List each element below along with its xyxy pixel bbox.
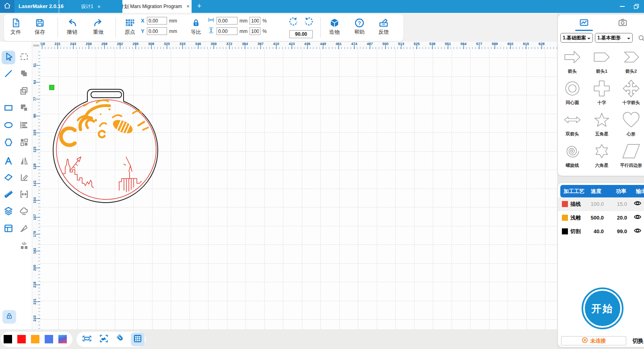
tool-duplicate[interactable]: [17, 85, 31, 99]
switch-device-button[interactable]: 切换: [632, 336, 644, 345]
redo-button[interactable]: 重做: [87, 17, 110, 39]
engrave-striped-crater[interactable]: [111, 117, 135, 136]
shape-spiral[interactable]: 螺旋线: [558, 140, 587, 171]
fit-view-button[interactable]: [97, 333, 111, 346]
shape-arrow[interactable]: 箭头: [558, 46, 587, 77]
help-button[interactable]: ? 帮助: [348, 17, 371, 39]
hanger-hole[interactable]: [91, 92, 122, 98]
design-canvas[interactable]: [40, 49, 557, 329]
new-tab-button[interactable]: +: [194, 0, 204, 13]
tab-design1[interactable]: 设计1 ×: [59, 0, 122, 13]
process-row-浅雕[interactable]: 浅雕500.020.0: [558, 211, 644, 225]
tool-layers[interactable]: [2, 205, 15, 219]
trace-circle[interactable]: [56, 100, 156, 199]
shape-cross[interactable]: 十字: [587, 78, 616, 108]
restore-icon[interactable]: [634, 4, 639, 9]
shape-arrow1[interactable]: 箭头1: [587, 46, 616, 77]
home-button[interactable]: [0, 0, 14, 13]
color-swatch-#ffa517[interactable]: [31, 335, 39, 343]
tool-weld[interactable]: [17, 205, 31, 219]
close-icon[interactable]: ×: [186, 0, 190, 13]
tool-rectangle[interactable]: [2, 102, 15, 115]
tool-union[interactable]: [17, 68, 31, 81]
width-input[interactable]: [217, 17, 237, 25]
category-dropdown-2[interactable]: 1.基本图形: [595, 33, 633, 43]
color-swatch-#000000[interactable]: [4, 335, 12, 343]
shape-star5[interactable]: 五角星: [587, 109, 616, 140]
undo-button[interactable]: 撤销: [60, 17, 84, 39]
eye-visibility-icon[interactable]: [634, 214, 642, 221]
ratio-lock-button[interactable]: 等比: [184, 17, 208, 39]
frame-view-button[interactable]: [80, 333, 94, 346]
process-row-描线[interactable]: 描线100.015.0: [558, 197, 644, 211]
shape-star6[interactable]: 六角星: [587, 140, 616, 171]
tool-split[interactable]: [17, 240, 31, 253]
y-input[interactable]: [147, 27, 167, 35]
polygon-icon: [3, 137, 14, 149]
height-percent-input[interactable]: [250, 27, 260, 35]
tool-ellipse[interactable]: [2, 119, 15, 133]
grid-view-button[interactable]: [131, 333, 144, 346]
height-input[interactable]: [217, 27, 237, 35]
rotate-cw-icon[interactable]: [303, 16, 314, 28]
x-input[interactable]: [147, 17, 167, 25]
tool-mirror[interactable]: [17, 155, 31, 168]
width-percent-input[interactable]: [250, 17, 260, 25]
canvas-marker-green-square[interactable]: [49, 85, 54, 90]
color-swatch-#ff1010[interactable]: [17, 335, 26, 343]
shape-doublearrow[interactable]: 双箭头: [558, 109, 587, 140]
titlebar: LaserMaker 2.0.16 设计1 × 移民计划 Mars Migrat…: [0, 0, 644, 13]
tool-text[interactable]: [2, 155, 15, 168]
tool-polygon[interactable]: [2, 136, 15, 150]
arrow2-icon: [617, 46, 644, 67]
canvas-lock-button[interactable]: [2, 310, 16, 324]
tool-distribute[interactable]: [17, 188, 31, 202]
rotate-angle-input[interactable]: [289, 30, 313, 38]
tool-arrange[interactable]: [17, 136, 31, 150]
tab-camera-capture[interactable]: [616, 18, 630, 29]
feedback-button[interactable]: 反馈: [372, 17, 395, 39]
shape-parallelogram[interactable]: 平行四边形: [617, 140, 644, 171]
tool-select[interactable]: [2, 51, 15, 64]
file-button[interactable]: 文件: [4, 17, 27, 39]
tab-mars-migration[interactable]: 移民计划 Mars Migration Program ×: [122, 0, 192, 13]
shape-heart[interactable]: 心形: [617, 109, 644, 140]
tool-eraser[interactable]: [2, 171, 15, 185]
close-icon[interactable]: ×: [97, 4, 101, 10]
rotate-ccw-icon[interactable]: [288, 16, 299, 28]
shape-concentric[interactable]: 同心圆: [558, 78, 587, 108]
magnet-view-button[interactable]: [114, 333, 128, 346]
tool-align[interactable]: [17, 119, 31, 133]
origin-button[interactable]: 原点: [118, 17, 142, 39]
minimize-icon[interactable]: [620, 6, 625, 7]
search-icon[interactable]: [638, 34, 644, 42]
tool-marquee[interactable]: [17, 51, 31, 64]
shape-partial[interactable]: [587, 172, 616, 176]
shape-partial[interactable]: [558, 172, 587, 176]
eye-visibility-icon[interactable]: [634, 200, 642, 207]
save-button[interactable]: 保存: [28, 17, 52, 39]
color-swatch-#4d7bee[interactable]: [45, 335, 53, 343]
category-dropdown-1[interactable]: 1.基础图案: [560, 33, 593, 43]
tool-angle[interactable]: [17, 171, 31, 185]
color-swatch-gradient[interactable]: [58, 335, 67, 343]
tool-table[interactable]: [2, 222, 15, 236]
tool-ruler[interactable]: [2, 188, 15, 202]
process-row-切割[interactable]: 切割40.099.0: [558, 225, 644, 238]
tab-shape-gallery[interactable]: [577, 18, 591, 29]
start-button[interactable]: 开始: [582, 287, 623, 329]
shape-arrow2[interactable]: 箭头2: [617, 46, 644, 77]
eye-visibility-icon[interactable]: [634, 228, 642, 235]
skyline-right[interactable]: [119, 157, 142, 192]
shape-partial[interactable]: [617, 172, 644, 176]
shape-crossarrow[interactable]: 十字箭头: [617, 78, 644, 108]
tool-pen[interactable]: [17, 222, 31, 236]
make-button[interactable]: 造物: [323, 17, 346, 39]
ruler-tick-label: 372: [226, 42, 232, 46]
skyline-left[interactable]: [62, 157, 94, 188]
tool-line[interactable]: [2, 68, 15, 81]
tool-curve[interactable]: [2, 85, 15, 99]
tool-subtract[interactable]: [17, 102, 31, 115]
connection-status[interactable]: 未连接: [561, 336, 626, 345]
pendant-design[interactable]: [40, 49, 557, 329]
